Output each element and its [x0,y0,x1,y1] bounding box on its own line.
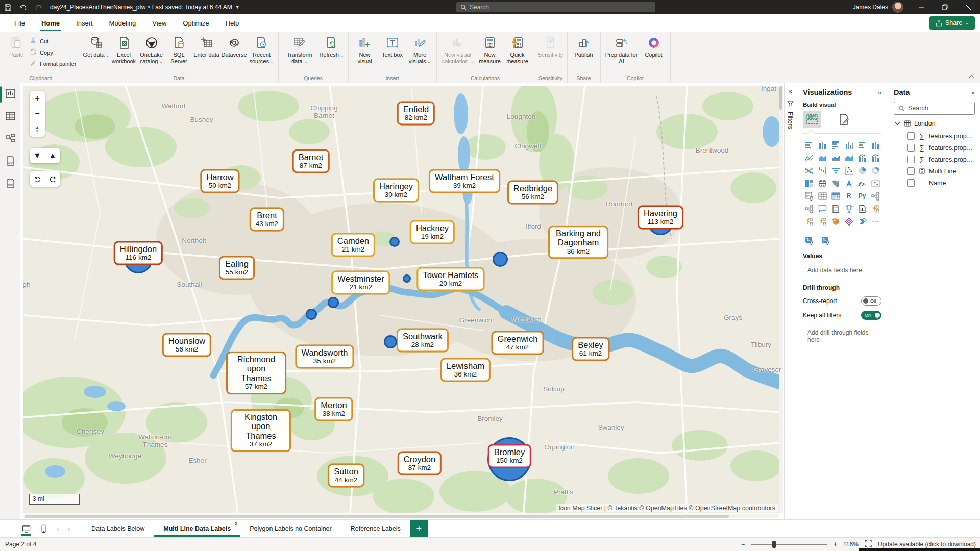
menu-tab-optimize[interactable]: Optimize [176,16,216,30]
borough-label-bexley[interactable]: Bexley61 km2 [572,337,609,361]
borough-label-camden[interactable]: Camden21 km2 [331,233,375,257]
field-row-features-proper[interactable]: ∑features.proper... [894,154,975,165]
save-icon[interactable] [0,0,15,14]
icon-map-visual-icon[interactable] [829,215,842,228]
field-row-features-proper[interactable]: ∑features.proper... [894,142,975,154]
icon-map-slicer-visual-icon[interactable] [803,234,815,246]
page-tab-data-labels-below[interactable]: Data Labels Below [82,520,154,537]
format-painter-button[interactable]: Format painter [30,59,77,68]
clustered-bar-chart-icon[interactable] [829,139,842,151]
borough-label-westminster[interactable]: Westminster21 km2 [331,271,390,295]
borough-label-harrow[interactable]: Harrow50 km2 [200,169,239,193]
waterfall-chart-icon[interactable] [816,164,828,177]
global-search-input[interactable]: Search [456,2,655,12]
activator-visual-icon[interactable] [803,215,815,228]
sql-server-button[interactable]: SQL Server [166,34,192,70]
cross-report-toggle[interactable]: Off [861,296,881,306]
borough-label-hounslow[interactable]: Hounslow56 km2 [162,333,211,357]
canvas-vertical-scrollbar[interactable] [779,85,783,514]
field-checkbox[interactable] [907,132,915,140]
borough-label-croydon[interactable]: Croydon87 km2 [398,452,442,475]
donut-chart-icon[interactable] [869,164,881,177]
page-tab-multi-line-data-labels[interactable]: Multi Line Data Labelsx [154,520,240,537]
new-visual-calculation-button[interactable]: fxNew visual calculation ⌄ [440,34,476,70]
sidebar-item-table-view[interactable] [0,106,20,128]
borough-bubble[interactable] [389,237,400,247]
paste-button[interactable]: Paste [5,34,28,69]
ribbon-collapse-button[interactable] [968,72,976,81]
paginated-report-icon[interactable] [856,203,868,215]
filled-map-icon[interactable] [829,177,842,189]
borough-label-redbridge[interactable]: Redbridge56 km2 [507,181,558,205]
map-visual[interactable]: WatfordBusheyChipping BarnetLoughtonChig… [23,86,781,513]
100-stacked-column-chart-icon[interactable] [869,139,881,151]
line-and-clustered-column-chart-icon[interactable] [869,152,881,164]
zoom-slider[interactable] [751,544,827,545]
borough-label-hillingdon[interactable]: Hillingdon116 km2 [114,241,163,265]
decomposition-tree-icon[interactable] [869,190,881,202]
page-tab-reference-labels[interactable]: Reference Labels [341,520,410,537]
line-chart-icon[interactable] [803,152,815,164]
recent-sources-button[interactable]: Recent sources ⌄ [249,34,275,70]
borough-label-enfield[interactable]: Enfield82 km2 [397,102,435,126]
transform-data-button[interactable]: Transform data ⌄ [282,34,317,70]
metrics-icon[interactable] [843,203,855,215]
borough-label-hackney[interactable]: Hackney19 km2 [410,220,455,244]
new-page-button[interactable]: + [410,520,428,537]
borough-bubble[interactable] [403,274,411,283]
title-dropdown-caret[interactable]: ▼ [235,5,240,10]
map-tilt-button[interactable]: ▲▼ [30,121,45,137]
sensitivity-button[interactable]: Sensitivity ⌄ [537,34,564,70]
key-influencers-icon[interactable] [803,203,815,215]
scatter-chart-icon[interactable] [843,164,855,177]
previous-page-chevron[interactable]: ‹ [52,520,63,537]
data-activator-visual-icon[interactable] [816,215,828,228]
r-script-visual-icon[interactable]: R [843,190,855,202]
treemap-icon[interactable] [803,177,815,189]
menu-tab-home[interactable]: Home [34,16,67,30]
build-visual-mode-button[interactable] [803,111,821,128]
custom-visual-diamond-icon[interactable] [843,215,855,228]
sidebar-item-report-view[interactable] [0,83,20,106]
borough-label-tower-hamlets[interactable]: Tower Hamlets20 km2 [416,267,484,291]
borough-label-barnet[interactable]: Barnet87 km2 [292,149,330,173]
map-icon[interactable] [816,177,828,189]
borough-label-southwark[interactable]: Southwark28 km2 [397,329,449,353]
gauge-icon[interactable] [856,177,868,189]
smart-narrative-icon[interactable] [829,203,842,215]
kpi-icon[interactable] [869,177,881,189]
text-box-button[interactable]: Text box [379,34,406,70]
more-visuals-button[interactable]: More visuals ⌄ [407,34,433,70]
menu-tab-view[interactable]: View [145,16,174,30]
page-tab-polygon-labels-no-container[interactable]: Polygon Labels no Container [240,520,341,537]
borough-label-havering[interactable]: Havering113 km2 [638,206,683,230]
table-node-london[interactable]: London [894,120,975,127]
borough-label-merton[interactable]: Merton38 km2 [314,397,353,421]
collapse-data-chevron[interactable]: » [971,89,975,96]
new-measure-button[interactable]: New measure [477,34,503,70]
borough-bubble[interactable] [328,297,339,308]
menu-tab-help[interactable]: Help [218,16,247,30]
cut-button[interactable]: Cut [30,37,77,45]
borough-bubble[interactable] [493,252,508,267]
prep-data-for-ai-button[interactable]: Prep data for AI [604,34,640,70]
zoom-out-control[interactable]: – [741,541,745,548]
borough-bubble[interactable] [306,309,317,320]
account-button[interactable]: James Dales [853,0,903,14]
ribbon-chart-icon[interactable] [803,164,815,177]
map-zoom-in-button[interactable]: + [30,91,45,106]
minimize-button[interactable] [910,0,933,14]
sidebar-item-model-view[interactable] [0,128,20,151]
sidebar-item-dax-query-view[interactable]: DAX [0,151,20,173]
share-button[interactable]: Share⌄ [929,16,975,30]
borough-label-haringey[interactable]: Haringey30 km2 [373,179,419,203]
matrix-icon[interactable] [829,190,842,202]
update-available-link[interactable]: Update available (click to download) [878,541,976,548]
stacked-bar-chart-icon[interactable] [803,139,815,151]
map-pitch-down-button[interactable]: ▼ [30,148,45,163]
field-row-name[interactable]: Name [894,177,975,189]
menu-tab-modeling[interactable]: Modeling [102,16,143,30]
copy-button[interactable]: Copy [30,48,77,57]
borough-label-lewisham[interactable]: Lewisham36 km2 [440,358,491,382]
power-automate-icon[interactable] [869,203,881,215]
